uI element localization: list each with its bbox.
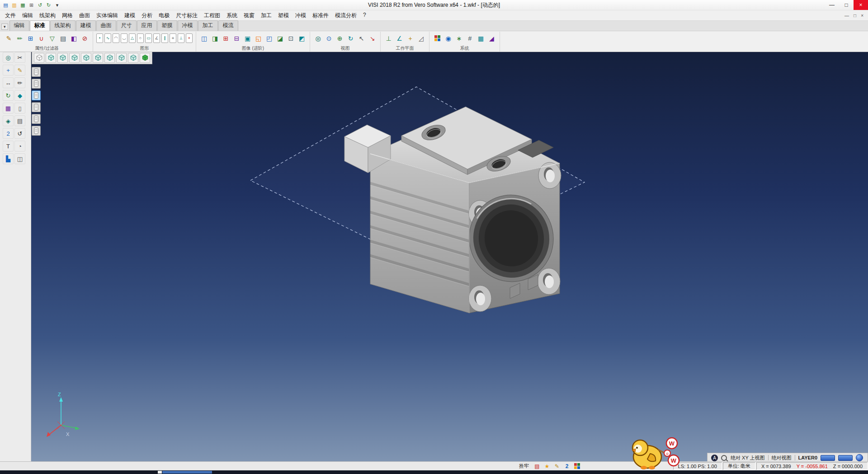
- status-cube-icon[interactable]: [573, 463, 580, 469]
- rotate-view-icon[interactable]: ↻: [346, 33, 355, 43]
- status-key-icon[interactable]: ★: [543, 463, 551, 469]
- workbench-tab[interactable]: 尺寸: [117, 20, 137, 31]
- color-swatch-2[interactable]: [838, 455, 853, 461]
- sys-globe-icon[interactable]: ◉: [443, 33, 453, 43]
- zoom-window-icon[interactable]: ◎: [313, 33, 323, 43]
- view-next-icon[interactable]: ↘: [368, 33, 377, 43]
- stack-item-3[interactable]: [32, 90, 41, 100]
- menu-item[interactable]: 分析: [138, 10, 156, 21]
- menu-item[interactable]: 实体编辑: [93, 10, 121, 21]
- qat-caret-icon[interactable]: ▾: [53, 1, 61, 9]
- geo-angle-icon[interactable]: ∠: [153, 33, 160, 43]
- view-top-icon[interactable]: [69, 53, 80, 63]
- menu-item[interactable]: 冲模: [292, 10, 309, 21]
- rail-pencil-icon[interactable]: ✎: [14, 65, 25, 76]
- adv-shell-icon[interactable]: ◪: [275, 33, 285, 43]
- filter-layer-icon[interactable]: ▤: [58, 33, 68, 43]
- sys-slope-icon[interactable]: ◢: [487, 33, 496, 43]
- workbench-tab[interactable]: 编辑: [9, 20, 29, 31]
- maximize-button[interactable]: □: [839, 0, 854, 10]
- rail-mark-icon[interactable]: ◆: [14, 90, 25, 101]
- workbench-tab[interactable]: 线架构: [50, 20, 75, 31]
- stack-item-5[interactable]: [32, 114, 41, 124]
- sys-settings-icon[interactable]: ∗: [454, 33, 464, 43]
- stack-item-4[interactable]: [32, 102, 41, 112]
- rail-undo-icon[interactable]: ↺: [14, 128, 25, 139]
- rail-snap-icon[interactable]: ◎: [3, 52, 14, 63]
- layer-stack-icon[interactable]: [34, 53, 44, 63]
- view-axonometric-icon[interactable]: [46, 53, 56, 63]
- lock-toggle[interactable]: 拴牢: [519, 463, 529, 469]
- wp-normal-icon[interactable]: ⊥: [384, 33, 393, 43]
- view-hidden-line-icon[interactable]: [93, 53, 103, 63]
- geo-hatch-icon[interactable]: ≡: [170, 33, 176, 43]
- mdi-close-button[interactable]: ×: [861, 13, 863, 18]
- adv-revolve-icon[interactable]: ◨: [210, 33, 220, 43]
- rail-chart-icon[interactable]: ▙: [3, 153, 14, 164]
- adv-pattern-icon[interactable]: ⊞: [221, 33, 231, 43]
- menu-item[interactable]: 线架构: [36, 10, 59, 21]
- menu-item[interactable]: 建模: [121, 10, 138, 21]
- rail-scissors-icon[interactable]: ✂: [14, 52, 25, 63]
- qat-save-icon[interactable]: ▦: [19, 1, 27, 9]
- viewport-canvas[interactable]: Z X: [28, 50, 868, 462]
- globe-icon[interactable]: [856, 454, 863, 461]
- rail-sheet-icon[interactable]: ▯: [14, 103, 25, 114]
- menu-item[interactable]: 系统: [223, 10, 241, 21]
- menu-item[interactable]: 视窗: [241, 10, 258, 21]
- rail-history-icon[interactable]: ◔: [14, 141, 25, 152]
- view-shaded-icon[interactable]: [140, 53, 150, 63]
- rail-two-icon[interactable]: 2: [3, 128, 14, 139]
- view-half-shade-icon[interactable]: [104, 53, 115, 63]
- geo-parallel-icon[interactable]: ∥: [161, 33, 168, 43]
- rail-pen-icon[interactable]: ✏: [14, 77, 25, 88]
- menu-item[interactable]: 曲面: [76, 10, 93, 21]
- adv-extrude-icon[interactable]: ◫: [199, 33, 209, 43]
- view-prev-icon[interactable]: ↖: [357, 33, 366, 43]
- workplane-view-label[interactable]: 绝对 XY 上视图: [731, 455, 765, 461]
- view-left-icon[interactable]: [128, 53, 138, 63]
- desktop-mascot[interactable]: W o W: [627, 433, 683, 470]
- filter-off-icon[interactable]: ⊘: [80, 33, 90, 43]
- geo-fillet-icon[interactable]: ◡: [121, 33, 127, 43]
- wp-origin-icon[interactable]: +: [406, 33, 415, 43]
- assistant-badge[interactable]: A: [711, 455, 718, 461]
- attr-edit-icon[interactable]: ✎: [4, 33, 14, 43]
- adv-trim-icon[interactable]: ◱: [254, 33, 263, 43]
- workbench-tab[interactable]: 冲模: [178, 20, 198, 31]
- rail-shade-icon[interactable]: ◈: [3, 115, 14, 126]
- menu-item[interactable]: 塑模: [275, 10, 292, 21]
- geo-curve-icon[interactable]: ∿: [104, 33, 111, 43]
- geo-triangle-icon[interactable]: △: [129, 33, 136, 43]
- model-3d[interactable]: [344, 107, 561, 313]
- menu-item[interactable]: 网格: [59, 10, 76, 21]
- rail-save-icon[interactable]: ◫: [14, 153, 25, 164]
- view-back-icon[interactable]: [116, 53, 127, 63]
- geo-delete-icon[interactable]: ×: [186, 33, 193, 43]
- zoom-in-icon[interactable]: ⊕: [335, 33, 344, 43]
- status-pencil-icon[interactable]: ✎: [553, 463, 561, 469]
- mdi-restore-button[interactable]: □: [854, 13, 856, 18]
- sys-grid-icon[interactable]: #: [465, 33, 475, 43]
- rail-target-icon[interactable]: +: [3, 65, 14, 76]
- status-two-icon[interactable]: 2: [563, 463, 571, 469]
- adv-extend-icon[interactable]: ◰: [264, 33, 274, 43]
- workbench-tab[interactable]: 标准: [30, 20, 50, 31]
- search-icon[interactable]: [721, 455, 727, 461]
- qat-print-icon[interactable]: ⊞: [28, 1, 35, 9]
- qat-open-icon[interactable]: ▥: [10, 1, 18, 9]
- menu-item[interactable]: 加工: [258, 10, 275, 21]
- menu-item[interactable]: 文件: [2, 10, 19, 21]
- wp-angle-icon[interactable]: ∠: [395, 33, 404, 43]
- zoom-fit-icon[interactable]: ⊙: [324, 33, 334, 43]
- mdi-minimize-button[interactable]: —: [844, 13, 849, 18]
- wp-3points-icon[interactable]: ◿: [416, 33, 426, 43]
- absolute-view-label[interactable]: 绝对视图: [772, 455, 792, 461]
- menu-item[interactable]: 标准件: [309, 10, 332, 21]
- menu-item[interactable]: 编辑: [19, 10, 36, 21]
- adv-section-icon[interactable]: ⊡: [286, 33, 296, 43]
- workbench-tab[interactable]: 塑膜: [157, 20, 177, 31]
- qat-new-icon[interactable]: ▤: [2, 1, 9, 9]
- geo-point-icon[interactable]: •: [96, 33, 103, 43]
- rail-print-icon[interactable]: ▦: [3, 103, 14, 114]
